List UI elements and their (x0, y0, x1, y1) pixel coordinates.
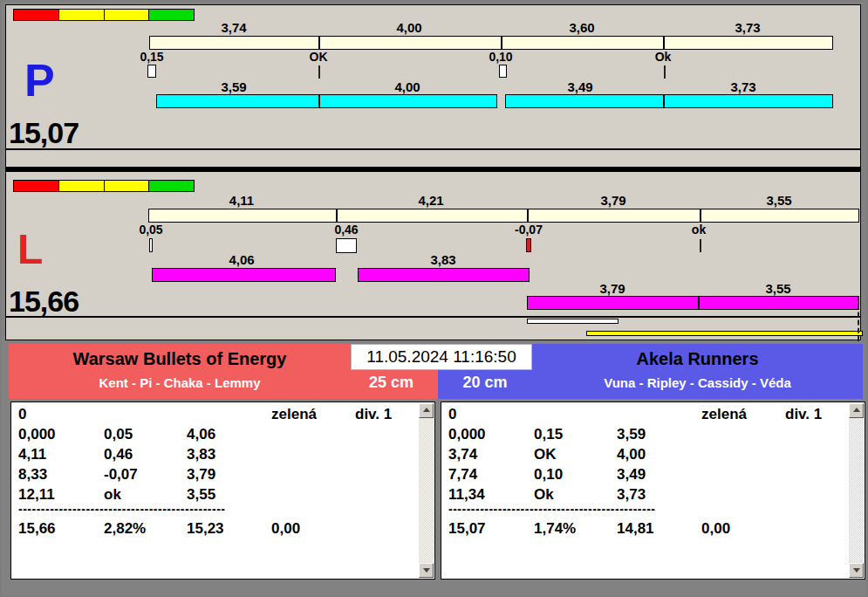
scroll-up-button[interactable] (419, 403, 434, 418)
penalty-time: 0,00 (701, 520, 730, 538)
strip-yellow-block (104, 9, 150, 21)
table-row: 7,74 0,10 3,49 (448, 466, 847, 484)
team-right-jump-height: 20 cm (438, 374, 532, 392)
lane-p-status-strip (13, 9, 195, 21)
exchange-marker-tick (700, 239, 701, 252)
lane-separator (5, 167, 861, 172)
lane-l-actual-split-label: 3,55 (739, 282, 817, 295)
lane-p-checkpoint-label: Ok (624, 51, 702, 63)
exchange-time: 0,10 (534, 466, 563, 484)
team-left-roster: Kent - Pi - Chaka - Lemmy (9, 375, 351, 390)
strip-green-block (148, 9, 195, 21)
actual-bar-divider (318, 94, 320, 108)
total-time: 15,07 (448, 520, 486, 538)
plan-bar-divider (336, 209, 338, 223)
lane-l-actual-split-label: 4,06 (202, 253, 281, 266)
lane-l-total-time: 15,66 (9, 286, 79, 316)
scroll-down-icon (423, 568, 430, 573)
lane-p-plan-split-label: 3,73 (708, 21, 787, 34)
scroll-down-button[interactable] (849, 563, 864, 578)
lane-l-plan-split-label: 4,11 (202, 194, 281, 207)
actual-bar-divider (698, 296, 700, 310)
strip-yellow-block (58, 9, 105, 21)
exchange-time: 0,05 (104, 426, 133, 443)
penalty-time: 0,00 (271, 520, 300, 538)
lane-l-actual-bar-segment (527, 296, 859, 310)
strip-yellow-block (104, 180, 150, 192)
team-right-name: Akela Runners (532, 349, 863, 369)
lane-l-letter: L (17, 229, 43, 271)
team-right-results-text: 0 zelená div. 1 0,000 0,15 3,59 3,74 OK … (448, 402, 847, 579)
status-label: zelená (271, 406, 317, 423)
total-percent: 2,82% (104, 520, 146, 538)
table-row: 0,000 0,05 4,06 (18, 426, 417, 443)
lane-l-plan-split-label: 3,79 (574, 194, 653, 207)
scroll-down-icon (853, 568, 860, 573)
lane-p-actual-split-label: 3,59 (195, 80, 273, 93)
lane-l-actual-split-label: 3,79 (573, 282, 652, 295)
lane-p-plan-split-label: 3,60 (543, 21, 621, 34)
table-row: 4,11 0,46 3,83 (18, 446, 417, 463)
plan-bar-divider (501, 36, 502, 50)
total-percent: 1,74% (534, 520, 576, 538)
lane-l-status-strip (13, 180, 195, 192)
team-left-name: Warsaw Bullets of Energy (9, 349, 351, 369)
progress-thin-bar-white (527, 319, 619, 324)
timing-app-window: 3,74 4,00 3,60 3,73 0,15 OK 0,10 Ok 3,59… (0, 0, 868, 597)
exchange-marker-fault (526, 238, 531, 252)
exchange-time: -0,07 (104, 466, 138, 484)
scroll-up-icon (853, 408, 860, 412)
lane-l-checkpoint-label: -0,07 (489, 223, 568, 236)
lane-l-actual-split-label: 3,83 (404, 253, 482, 266)
lane-p-baseline (5, 148, 861, 150)
lane-p-actual-split-label: 4,00 (368, 80, 447, 93)
strip-red-block (13, 180, 59, 192)
plan-bar-divider (318, 36, 320, 50)
table-row: 3,74 OK 4,00 (448, 446, 847, 463)
cumulative-time: 8,33 (18, 466, 47, 484)
scroll-down-button[interactable] (419, 563, 434, 578)
plan-bar-divider (700, 209, 701, 223)
table-row: 0 zelená div. 1 (448, 406, 847, 423)
split-time: 3,59 (617, 426, 646, 443)
lane-p-actual-bar-segment (505, 94, 833, 108)
split-time: 4,06 (187, 426, 215, 443)
exchange-marker-box (147, 65, 156, 78)
datetime-display: 11.05.2024 11:16:50 (351, 344, 532, 370)
actual-bar-divider (663, 94, 665, 108)
scrollbar[interactable] (849, 403, 864, 578)
lane-l-plan-split-label: 3,55 (740, 194, 818, 207)
division-label: div. 1 (785, 406, 822, 423)
run-number: 0 (448, 406, 456, 423)
table-total-row: 15,07 1,74% 14,81 0,00 (448, 520, 847, 538)
cumulative-time: 4,11 (18, 446, 46, 463)
exchange-time: 0,15 (534, 426, 563, 443)
exchange-marker-box-wide (336, 238, 357, 253)
division-label: div. 1 (355, 406, 392, 423)
lane-l-baseline (5, 316, 861, 318)
split-time: 4,00 (617, 446, 646, 463)
cumulative-time: 0,000 (448, 426, 486, 443)
net-time: 15,23 (187, 520, 224, 538)
lane-p-total-time: 15,07 (9, 118, 79, 148)
lane-p-letter: P (24, 58, 55, 103)
lane-p-actual-split-label: 3,49 (541, 80, 619, 93)
lane-l-checkpoint-label: 0,46 (307, 223, 386, 236)
lane-p-checkpoint-label: 0,15 (113, 51, 191, 63)
finish-dashed-line (858, 296, 859, 341)
team-left-jump-height: 25 cm (345, 374, 438, 392)
scrollbar[interactable] (419, 403, 434, 578)
split-time: 3,79 (187, 466, 215, 484)
cumulative-time: 0,000 (18, 426, 56, 443)
table-row: 0,000 0,15 3,59 (448, 426, 847, 443)
table-separator: ----------------------------------------… (18, 500, 276, 518)
team-right-results-table: 0 zelená div. 1 0,000 0,15 3,59 3,74 OK … (441, 401, 865, 580)
plan-bar-divider (663, 36, 665, 50)
table-separator: ----------------------------------------… (448, 500, 706, 518)
team-left-results-text: 0 zelená div. 1 0,000 0,05 4,06 4,11 0,4… (18, 402, 417, 579)
lane-l-checkpoint-label: ok (660, 223, 738, 236)
scroll-up-button[interactable] (849, 403, 864, 418)
lane-p-plan-bar (149, 36, 833, 50)
split-time: 3,49 (617, 466, 646, 484)
cumulative-time: 7,74 (448, 466, 477, 484)
